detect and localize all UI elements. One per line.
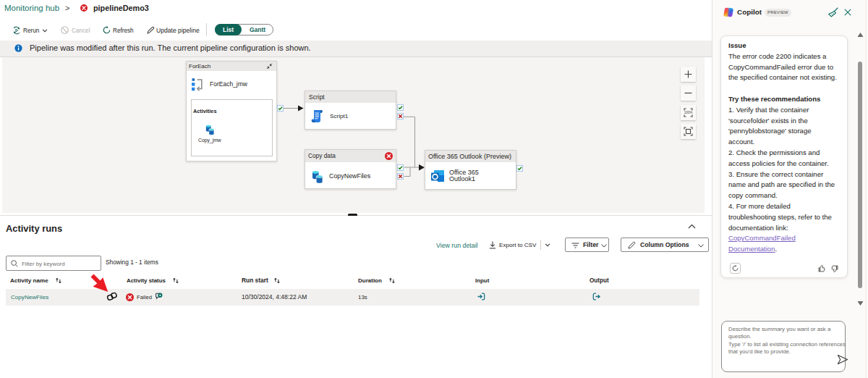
svg-text:100%: 100% <box>684 111 693 114</box>
